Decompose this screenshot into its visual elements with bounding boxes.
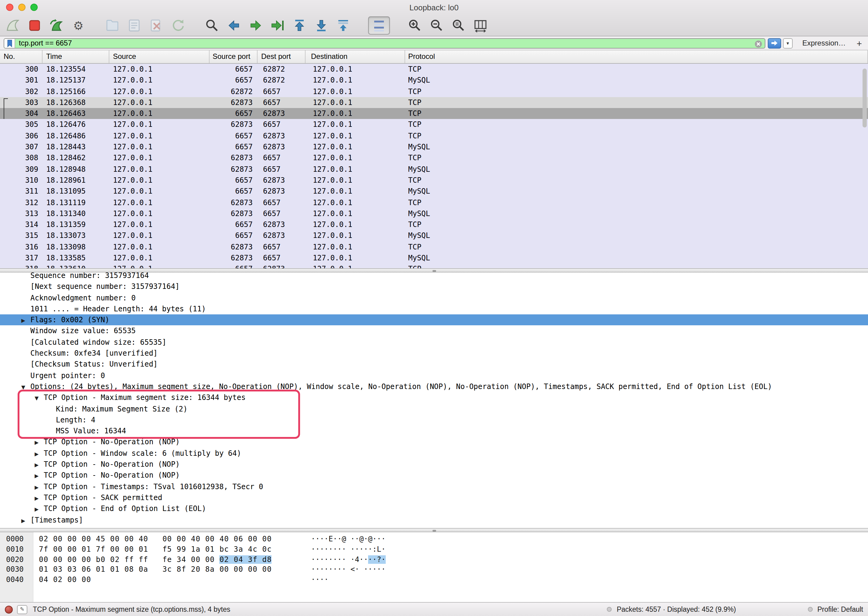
- column-header-source-port[interactable]: Source port: [210, 50, 258, 63]
- detail-line[interactable]: ▶Flags: 0x002 (SYN): [0, 314, 868, 325]
- zoom-out-button[interactable]: [428, 16, 446, 35]
- reload-file-button[interactable]: [169, 16, 187, 35]
- triangle-collapsed-icon[interactable]: ▶: [21, 515, 30, 526]
- detail-line[interactable]: Kind: Maximum Segment Size (2): [0, 403, 868, 415]
- triangle-collapsed-icon[interactable]: ▶: [35, 437, 44, 448]
- splitter-details-hex[interactable]: [0, 528, 868, 532]
- display-filter-input[interactable]: tcp.port == 6657: [4, 38, 766, 48]
- packet-row[interactable]: 31218.131119127.0.0.1628736657127.0.0.1T…: [0, 197, 868, 208]
- column-header-no[interactable]: No.: [0, 50, 43, 63]
- main-toolbar: ⚙: [0, 15, 868, 36]
- colorize-packets-button[interactable]: [368, 16, 390, 35]
- detail-line[interactable]: [Checksum Status: Unverified]: [0, 359, 868, 370]
- triangle-collapsed-icon[interactable]: ▶: [35, 504, 44, 515]
- packet-row[interactable]: 31718.133585127.0.0.1628736657127.0.0.1M…: [0, 253, 868, 264]
- triangle-collapsed-icon[interactable]: ▶: [21, 315, 30, 326]
- detail-line[interactable]: ▶TCP Option - Window scale: 6 (multiply …: [0, 448, 868, 459]
- triangle-collapsed-icon[interactable]: ▶: [35, 493, 44, 504]
- packet-row[interactable]: 31018.128961127.0.0.1665762873127.0.0.1T…: [0, 175, 868, 186]
- detail-line[interactable]: ▶TCP Option - SACK permitted: [0, 492, 868, 503]
- go-to-top-button[interactable]: [290, 16, 309, 35]
- resize-columns-button[interactable]: [471, 16, 490, 35]
- hex-line[interactable]: 000002 00 00 00 45 00 00 40 00 00 40 00 …: [0, 534, 868, 544]
- column-header-protocol[interactable]: Protocol: [405, 50, 868, 63]
- detail-line[interactable]: ▶TCP Option - No-Operation (NOP): [0, 459, 868, 470]
- go-to-bottom-button[interactable]: [312, 16, 331, 35]
- packet-row[interactable]: 31318.131340127.0.0.1628736657127.0.0.1M…: [0, 208, 868, 219]
- packet-row[interactable]: 30318.126368127.0.0.1628736657127.0.0.1T…: [0, 97, 868, 108]
- triangle-expanded-icon[interactable]: ▼: [35, 393, 44, 404]
- zoom-reset-button[interactable]: [449, 16, 468, 35]
- filter-history-dropdown-button[interactable]: ▾: [783, 38, 793, 48]
- expert-info-icon[interactable]: [5, 605, 13, 613]
- packet-row[interactable]: 31518.133073127.0.0.1665762873127.0.0.1M…: [0, 230, 868, 242]
- column-header-source[interactable]: Source: [109, 50, 210, 63]
- packet-row[interactable]: 31618.133098127.0.0.1628736657127.0.0.1T…: [0, 242, 868, 253]
- start-capture-button[interactable]: [4, 16, 22, 35]
- detail-line[interactable]: Urgent pointer: 0: [0, 370, 868, 381]
- detail-line[interactable]: Window size value: 65535: [0, 325, 868, 337]
- cell-time: 18.125137: [43, 75, 109, 86]
- packet-row[interactable]: 30718.128443127.0.0.1665762873127.0.0.1M…: [0, 141, 868, 152]
- clear-filter-button[interactable]: [755, 39, 762, 48]
- triangle-collapsed-icon[interactable]: ▶: [35, 471, 44, 482]
- packet-row[interactable]: 30118.125137127.0.0.1665762872127.0.0.1M…: [0, 75, 868, 86]
- column-header-destination[interactable]: Destination: [306, 50, 405, 63]
- detail-line[interactable]: MSS Value: 16344: [0, 426, 868, 437]
- go-to-packet-button[interactable]: [268, 16, 287, 35]
- capture-options-button[interactable]: ⚙: [69, 16, 87, 35]
- detail-line[interactable]: 1011 .... = Header Length: 44 bytes (11): [0, 303, 868, 315]
- restart-capture-button[interactable]: [47, 16, 66, 35]
- hex-line[interactable]: 00107f 00 00 01 7f 00 00 01 f5 99 1a 01 …: [0, 544, 868, 555]
- packet-row[interactable]: 30418.126463127.0.0.1665762873127.0.0.1T…: [0, 108, 868, 119]
- go-back-button[interactable]: [225, 16, 243, 35]
- detail-line[interactable]: Length: 4: [0, 415, 868, 426]
- triangle-collapsed-icon[interactable]: ▶: [35, 448, 44, 460]
- detail-line[interactable]: Sequence number: 3157937164: [0, 272, 868, 281]
- packet-row[interactable]: 31118.131095127.0.0.1665762873127.0.0.1M…: [0, 186, 868, 197]
- detail-line[interactable]: [Next sequence number: 3157937164]: [0, 281, 868, 292]
- hex-line[interactable]: 003001 03 03 06 01 01 08 0a 3c 8f 20 8a …: [0, 565, 868, 575]
- packet-row[interactable]: 31818.133610127.0.0.1665762873127.0.0.1T…: [0, 264, 868, 268]
- detail-line[interactable]: ▶TCP Option - Timestamps: TSval 10160129…: [0, 481, 868, 492]
- detail-line[interactable]: [Calculated window size: 65535]: [0, 337, 868, 348]
- detail-line[interactable]: ▼Options: (24 bytes), Maximum segment si…: [0, 381, 868, 392]
- apply-filter-button[interactable]: [768, 38, 781, 48]
- packet-row[interactable]: 31418.131359127.0.0.1665762873127.0.0.1T…: [0, 219, 868, 230]
- save-file-button[interactable]: [125, 16, 143, 35]
- detail-line[interactable]: Checksum: 0xfe34 [unverified]: [0, 348, 868, 359]
- triangle-collapsed-icon[interactable]: ▶: [35, 459, 44, 471]
- hex-line[interactable]: 004004 02 00 00····: [0, 575, 868, 585]
- close-file-button[interactable]: [147, 16, 165, 35]
- add-filter-button[interactable]: +: [857, 38, 862, 48]
- packet-row[interactable]: 30218.125166127.0.0.1628726657127.0.0.1T…: [0, 86, 868, 97]
- filter-bookmark-button[interactable]: [4, 39, 15, 48]
- packet-row[interactable]: 30618.126486127.0.0.1665762873127.0.0.1T…: [0, 130, 868, 142]
- auto-scroll-button[interactable]: [334, 16, 352, 35]
- triangle-collapsed-icon[interactable]: ▶: [35, 482, 44, 493]
- packet-row[interactable]: 30518.126476127.0.0.1628736657127.0.0.1T…: [0, 119, 868, 130]
- triangle-expanded-icon[interactable]: ▼: [21, 382, 30, 393]
- packet-list-scrollbar[interactable]: [863, 69, 867, 127]
- go-forward-button[interactable]: [247, 16, 265, 35]
- zoom-in-button[interactable]: [406, 16, 424, 35]
- packet-row[interactable]: 30018.123554127.0.0.1665762872127.0.0.1T…: [0, 64, 868, 75]
- hex-line[interactable]: 002000 00 00 00 b0 02 ff ff fe 34 00 00 …: [0, 555, 868, 565]
- packet-row[interactable]: 30918.128948127.0.0.1628736657127.0.0.1M…: [0, 163, 868, 175]
- detail-line[interactable]: ▼TCP Option - Maximum segment size: 1634…: [0, 392, 868, 404]
- detail-line[interactable]: ▶TCP Option - End of Option List (EOL): [0, 503, 868, 514]
- capture-comment-button[interactable]: ✎: [17, 605, 27, 614]
- detail-line[interactable]: ▶TCP Option - No-Operation (NOP): [0, 437, 868, 448]
- detail-line[interactable]: Acknowledgment number: 0: [0, 292, 868, 303]
- find-packet-button[interactable]: [203, 16, 221, 35]
- column-header-time[interactable]: Time: [43, 50, 109, 63]
- detail-line[interactable]: ▶TCP Option - No-Operation (NOP): [0, 470, 868, 481]
- packet-row[interactable]: 30818.128462127.0.0.1628736657127.0.0.1T…: [0, 152, 868, 164]
- open-file-button[interactable]: [103, 16, 121, 35]
- column-header-dest-port[interactable]: Dest port: [258, 50, 306, 63]
- stop-capture-button[interactable]: [25, 16, 44, 35]
- status-profile[interactable]: Profile: Default: [817, 606, 863, 613]
- detail-line[interactable]: ▶[Timestamps]: [0, 514, 868, 526]
- expression-button[interactable]: Expression…: [802, 39, 846, 47]
- splitter-list-details[interactable]: [0, 268, 868, 272]
